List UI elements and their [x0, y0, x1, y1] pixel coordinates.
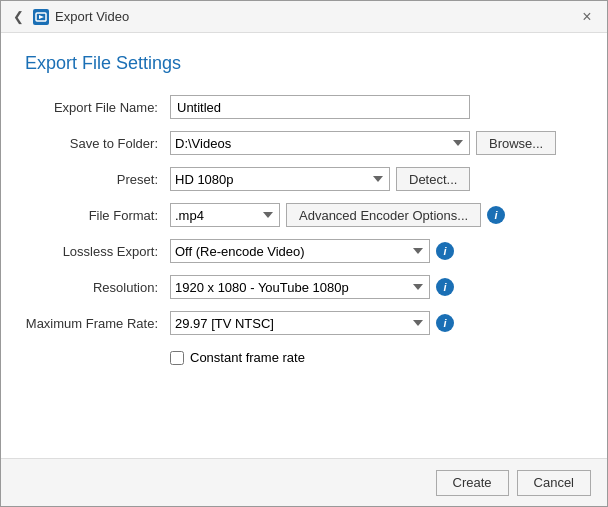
svg-marker-1 — [39, 15, 44, 19]
browse-button[interactable]: Browse... — [476, 131, 556, 155]
lossless-export-select[interactable]: Off (Re-encode Video) — [170, 239, 430, 263]
max-frame-rate-row: Maximum Frame Rate: 29.97 [TV NTSC] i — [25, 310, 583, 336]
title-bar: ❮ Export Video × — [1, 1, 607, 33]
save-to-folder-select[interactable]: D:\Videos — [170, 131, 470, 155]
lossless-export-controls: Off (Re-encode Video) i — [170, 239, 583, 263]
export-file-name-input[interactable] — [170, 95, 470, 119]
footer: Create Cancel — [1, 458, 607, 506]
save-to-folder-controls: D:\Videos Browse... — [170, 131, 583, 155]
lossless-export-row: Lossless Export: Off (Re-encode Video) i — [25, 238, 583, 264]
resolution-info-icon[interactable]: i — [436, 278, 454, 296]
max-frame-rate-info-icon[interactable]: i — [436, 314, 454, 332]
lossless-export-label: Lossless Export: — [25, 244, 170, 259]
preset-label: Preset: — [25, 172, 170, 187]
resolution-select[interactable]: 1920 x 1080 - YouTube 1080p — [170, 275, 430, 299]
export-file-name-label: Export File Name: — [25, 100, 170, 115]
constant-frame-rate-label[interactable]: Constant frame rate — [190, 350, 305, 365]
constant-frame-rate-row: Constant frame rate — [170, 350, 583, 365]
cancel-button[interactable]: Cancel — [517, 470, 591, 496]
constant-frame-rate-checkbox[interactable] — [170, 351, 184, 365]
preset-row: Preset: HD 1080p Detect... — [25, 166, 583, 192]
file-format-row: File Format: .mp4 Advanced Encoder Optio… — [25, 202, 583, 228]
save-to-folder-row: Save to Folder: D:\Videos Browse... — [25, 130, 583, 156]
max-frame-rate-label: Maximum Frame Rate: — [25, 316, 170, 331]
app-icon — [33, 9, 49, 25]
preset-controls: HD 1080p Detect... — [170, 167, 583, 191]
advanced-encoder-button[interactable]: Advanced Encoder Options... — [286, 203, 481, 227]
create-button[interactable]: Create — [436, 470, 509, 496]
file-format-label: File Format: — [25, 208, 170, 223]
resolution-label: Resolution: — [25, 280, 170, 295]
save-to-folder-label: Save to Folder: — [25, 136, 170, 151]
main-content: Export File Settings Export File Name: S… — [1, 33, 607, 458]
file-format-controls: .mp4 Advanced Encoder Options... i — [170, 203, 583, 227]
detect-button[interactable]: Detect... — [396, 167, 470, 191]
resolution-row: Resolution: 1920 x 1080 - YouTube 1080p … — [25, 274, 583, 300]
lossless-export-info-icon[interactable]: i — [436, 242, 454, 260]
file-format-info-icon[interactable]: i — [487, 206, 505, 224]
resolution-controls: 1920 x 1080 - YouTube 1080p i — [170, 275, 583, 299]
window-title: Export Video — [55, 9, 129, 24]
back-button[interactable]: ❮ — [9, 8, 27, 26]
max-frame-rate-controls: 29.97 [TV NTSC] i — [170, 311, 583, 335]
close-button[interactable]: × — [575, 5, 599, 29]
title-bar-left: ❮ Export Video — [9, 8, 129, 26]
max-frame-rate-select[interactable]: 29.97 [TV NTSC] — [170, 311, 430, 335]
file-format-select[interactable]: .mp4 — [170, 203, 280, 227]
export-file-name-row: Export File Name: — [25, 94, 583, 120]
form-grid: Export File Name: Save to Folder: D:\Vid… — [25, 94, 583, 365]
export-video-window: ❮ Export Video × Export File Settings Ex… — [0, 0, 608, 507]
preset-select[interactable]: HD 1080p — [170, 167, 390, 191]
export-file-name-controls — [170, 95, 583, 119]
section-title: Export File Settings — [25, 53, 583, 74]
